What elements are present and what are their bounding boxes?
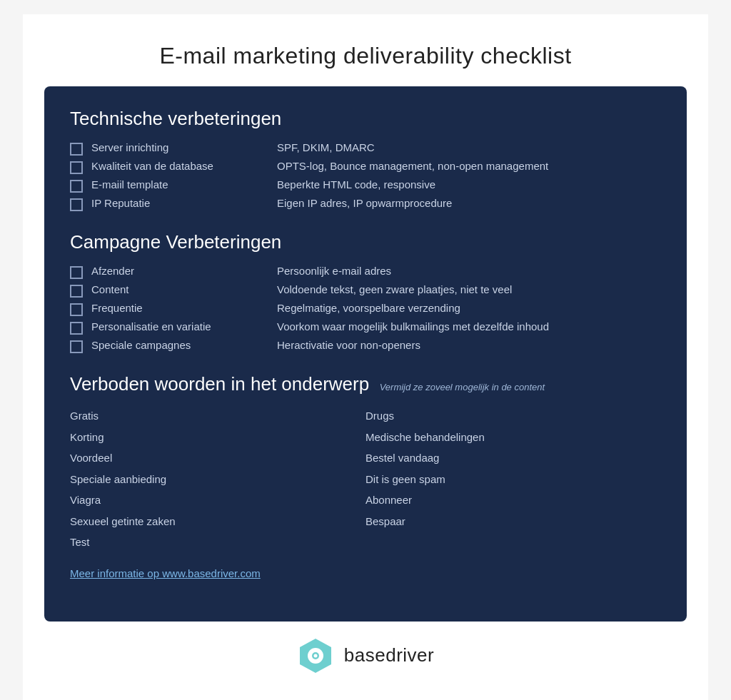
- forbidden-word: Korting: [70, 428, 366, 447]
- forbidden-title-row: Verboden woorden in het onderwerp Vermij…: [70, 373, 661, 395]
- section1-checklist: Server inrichting SPF, DKIM, DMARC Kwali…: [70, 141, 661, 211]
- forbidden-word: Bestel vandaag: [366, 449, 661, 467]
- checklist-item: Personalisatie en variatie Voorkom waar …: [91, 320, 661, 333]
- forbidden-word: Dit is geen spam: [366, 470, 661, 489]
- checklist-item: Afzender Persoonlijk e-mail adres: [91, 265, 661, 277]
- table-row: Content Voldoende tekst, geen zware plaa…: [70, 283, 661, 298]
- item-label: Afzender: [91, 265, 277, 277]
- checklist-item: Frequentie Regelmatige, voorspelbare ver…: [91, 302, 661, 314]
- table-row: Afzender Persoonlijk e-mail adres: [70, 265, 661, 279]
- section1-title: Technische verbeteringen: [70, 108, 661, 130]
- checkbox-icon: [70, 180, 83, 193]
- checklist-item: Speciale campagnes Heractivatie voor non…: [91, 339, 661, 351]
- dark-box: Technische verbeteringen Server inrichti…: [44, 86, 687, 622]
- more-info-link[interactable]: Meer informatie op www.basedriver.com: [70, 567, 261, 579]
- checklist-item: Content Voldoende tekst, geen zware plaa…: [91, 283, 661, 295]
- checklist-item: IP Reputatie Eigen IP adres, IP opwarmpr…: [91, 197, 661, 209]
- table-row: Frequentie Regelmatige, voorspelbare ver…: [70, 302, 661, 316]
- forbidden-word: Voordeel: [70, 449, 366, 467]
- item-label: Personalisatie en variatie: [91, 320, 277, 333]
- item-label: Speciale campagnes: [91, 339, 277, 351]
- item-value: Regelmatige, voorspelbare verzending: [277, 302, 460, 314]
- forbidden-columns: Gratis Korting Voordeel Speciale aanbied…: [70, 407, 661, 552]
- checklist-item: Server inrichting SPF, DKIM, DMARC: [91, 141, 661, 153]
- checkbox-icon: [70, 143, 83, 156]
- table-row: Server inrichting SPF, DKIM, DMARC: [70, 141, 661, 156]
- checkbox-icon: [70, 161, 83, 174]
- forbidden-word: Viagra: [70, 491, 366, 509]
- item-label: Kwaliteit van de database: [91, 160, 277, 172]
- item-label: IP Reputatie: [91, 197, 277, 209]
- table-row: E-maiil template Beperkte HTML code, res…: [70, 178, 661, 193]
- checkbox-icon: [70, 303, 83, 316]
- item-label: Frequentie: [91, 302, 277, 314]
- item-value: Heractivatie voor non-openers: [277, 339, 420, 351]
- page-title: E-mail marketing deliverability checklis…: [44, 29, 687, 86]
- item-label: E-maiil template: [91, 178, 277, 191]
- forbidden-col-right: Drugs Medische behandelingen Bestel vand…: [366, 407, 661, 552]
- section-campagne: Campagne Verbeteringen Afzender Persoonl…: [70, 231, 661, 353]
- section-verboden: Verboden woorden in het onderwerp Vermij…: [70, 373, 661, 580]
- item-value: OPTS-log, Bounce management, non-open ma…: [277, 160, 548, 172]
- forbidden-word: Bespaar: [366, 512, 661, 531]
- page-wrapper: E-mail marketing deliverability checklis…: [23, 14, 708, 700]
- table-row: Personalisatie en variatie Voorkom waar …: [70, 320, 661, 335]
- forbidden-word: Test: [70, 533, 366, 552]
- checkbox-icon: [70, 198, 83, 211]
- item-label: Content: [91, 283, 277, 295]
- forbidden-word: Speciale aanbieding: [70, 470, 366, 489]
- section2-checklist: Afzender Persoonlijk e-mail adres Conten…: [70, 265, 661, 353]
- basedriver-logo-icon: [297, 637, 334, 674]
- svg-point-3: [313, 654, 317, 657]
- checkbox-icon: [70, 322, 83, 335]
- section-technische: Technische verbeteringen Server inrichti…: [70, 108, 661, 211]
- item-label: Server inrichting: [91, 141, 277, 153]
- forbidden-col-left: Gratis Korting Voordeel Speciale aanbied…: [70, 407, 366, 552]
- forbidden-word: Gratis: [70, 407, 366, 425]
- checklist-item: Kwaliteit van de database OPTS-log, Boun…: [91, 160, 661, 172]
- checkbox-icon: [70, 266, 83, 279]
- table-row: IP Reputatie Eigen IP adres, IP opwarmpr…: [70, 197, 661, 211]
- item-value: Voldoende tekst, geen zware plaatjes, ni…: [277, 283, 512, 295]
- logo-text: basedriver: [344, 644, 434, 666]
- checkbox-icon: [70, 340, 83, 353]
- forbidden-word: Medische behandelingen: [366, 428, 661, 447]
- table-row: Speciale campagnes Heractivatie voor non…: [70, 339, 661, 353]
- forbidden-word: Abonneer: [366, 491, 661, 509]
- item-value: Beperkte HTML code, responsive: [277, 178, 435, 191]
- forbidden-word: Drugs: [366, 407, 661, 425]
- table-row: Kwaliteit van de database OPTS-log, Boun…: [70, 160, 661, 174]
- section2-title: Campagne Verbeteringen: [70, 231, 661, 253]
- checkbox-icon: [70, 285, 83, 298]
- checklist-item: E-maiil template Beperkte HTML code, res…: [91, 178, 661, 191]
- footer: basedriver: [44, 622, 687, 681]
- item-value: Eigen IP adres, IP opwarmprocedure: [277, 197, 452, 209]
- item-value: SPF, DKIM, DMARC: [277, 141, 375, 153]
- forbidden-word: Sexueel getinte zaken: [70, 512, 366, 531]
- item-value: Persoonlijk e-mail adres: [277, 265, 391, 277]
- section3-title: Verboden woorden in het onderwerp: [70, 373, 369, 395]
- forbidden-subtitle: Vermijd ze zoveel mogelijk in de content: [380, 382, 545, 392]
- item-value: Voorkom waar mogelijk bulkmailings met d…: [277, 320, 549, 333]
